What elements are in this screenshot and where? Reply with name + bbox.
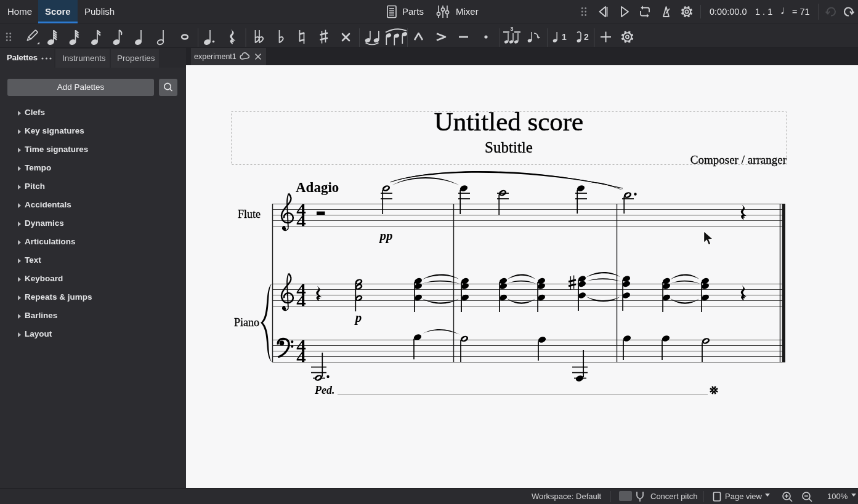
svg-text:Untitled score: Untitled score [434,107,583,136]
svg-text:pp: pp [379,228,393,243]
svg-text:1: 1 [562,32,567,42]
svg-text:4: 4 [296,348,306,366]
svg-text:Subtitle: Subtitle [485,139,533,156]
svg-text:4: 4 [296,292,306,310]
svg-text:Piano: Piano [234,316,259,329]
svg-text:3: 3 [510,25,513,32]
svg-text:Composer / arranger: Composer / arranger [690,153,787,166]
svg-text:Ped.: Ped. [314,384,334,396]
svg-text:2: 2 [584,32,589,42]
svg-text:Flute: Flute [238,208,261,220]
svg-text:4: 4 [296,212,306,230]
svg-text:p: p [354,310,362,325]
svg-text:Adagio: Adagio [296,180,339,195]
